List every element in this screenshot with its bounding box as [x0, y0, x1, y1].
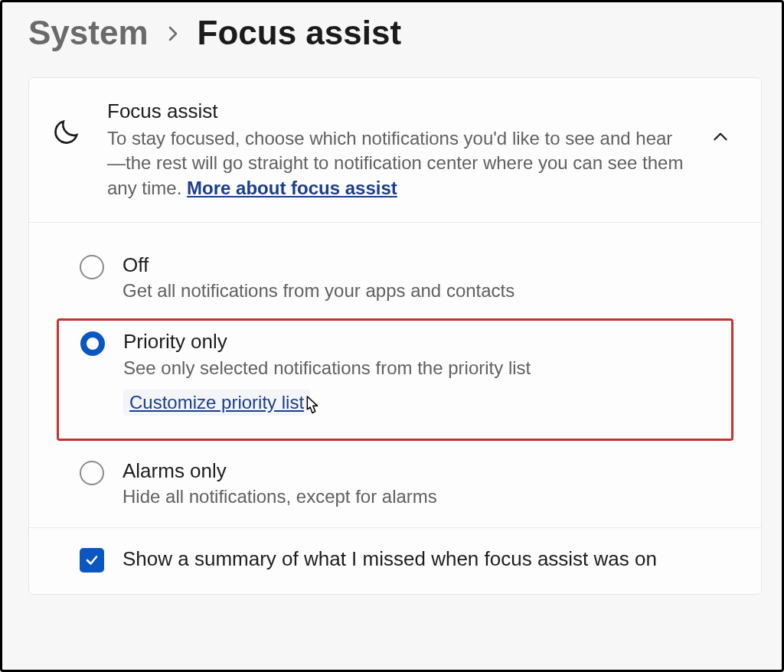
option-alarms-only[interactable]: Alarms only Hide all notifications, exce…	[57, 449, 733, 518]
moon-icon	[46, 116, 87, 147]
more-about-focus-assist-link[interactable]: More about focus assist	[187, 178, 397, 198]
focus-assist-header[interactable]: Focus assist To stay focused, choose whi…	[29, 78, 761, 223]
focus-assist-options: Off Get all notifications from your apps…	[29, 223, 761, 528]
option-off-desc: Get all notifications from your apps and…	[122, 280, 726, 302]
option-priority-title: Priority only	[123, 330, 724, 354]
header-title: Focus assist	[107, 99, 691, 123]
summary-checkbox[interactable]	[80, 548, 104, 573]
option-off[interactable]: Off Get all notifications from your apps…	[57, 243, 733, 312]
option-priority-only[interactable]: Priority only See only selected notifica…	[57, 318, 733, 440]
pointer-cursor-icon	[300, 394, 323, 423]
option-alarms-title: Alarms only	[122, 459, 726, 483]
focus-assist-card: Focus assist To stay focused, choose whi…	[28, 77, 762, 595]
breadcrumb-parent[interactable]: System	[28, 16, 149, 50]
chevron-right-icon	[164, 21, 182, 47]
option-priority-desc: See only selected notifications from the…	[123, 357, 724, 379]
radio-alarms-only[interactable]	[80, 461, 104, 485]
radio-priority-only[interactable]	[80, 331, 105, 356]
breadcrumb: System Focus assist	[28, 16, 762, 50]
summary-row[interactable]: Show a summary of what I missed when foc…	[29, 528, 761, 594]
breadcrumb-current: Focus assist	[198, 16, 402, 50]
option-off-title: Off	[122, 253, 726, 277]
summary-label: Show a summary of what I missed when foc…	[122, 546, 657, 573]
radio-off[interactable]	[80, 255, 104, 279]
customize-priority-list-link[interactable]: Customize priority list	[123, 390, 310, 416]
header-description: To stay focused, choose which notificati…	[107, 126, 691, 201]
option-alarms-desc: Hide all notifications, except for alarm…	[122, 486, 726, 507]
chevron-up-icon[interactable]	[710, 127, 733, 150]
